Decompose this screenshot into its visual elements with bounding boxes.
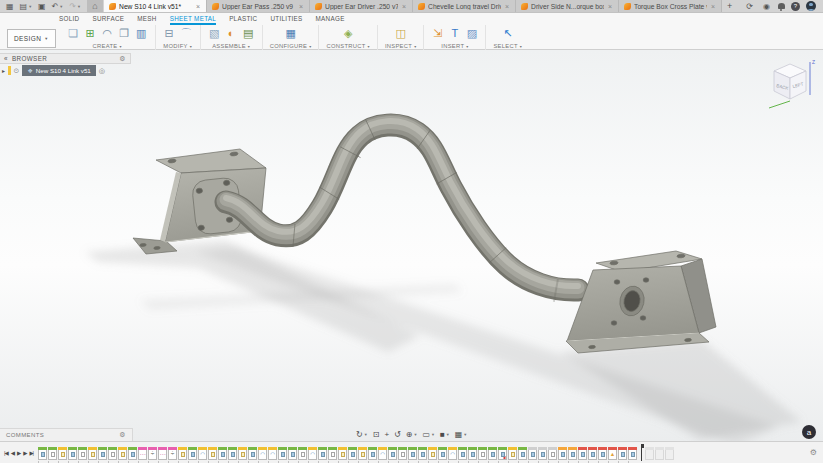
insert-derive-icon[interactable]: ⇲ xyxy=(431,26,444,41)
unfold-icon[interactable]: ⊟ xyxy=(163,26,176,41)
timeline-feature-box[interactable] xyxy=(538,447,547,460)
new-component-icon[interactable]: ❏ xyxy=(67,26,80,41)
document-tab[interactable]: Upper Ear Driver .250 v7× xyxy=(310,0,413,12)
display-settings-icon[interactable]: ▭▼ xyxy=(422,431,435,439)
comments-bar[interactable]: COMMENTS ⚙ xyxy=(0,428,133,441)
timeline-feature-box[interactable] xyxy=(68,447,77,460)
step-back-button[interactable]: ◀ xyxy=(11,450,14,456)
timeline-feature-box[interactable] xyxy=(518,447,527,460)
timeline-feature-box[interactable] xyxy=(558,447,567,460)
timeline-feature-sketch[interactable] xyxy=(58,447,67,460)
timeline-feature-sketch[interactable] xyxy=(118,447,127,460)
timeline-feature-sketch[interactable] xyxy=(428,447,437,460)
flange-icon[interactable]: ◠ xyxy=(101,26,114,41)
comments-gear-icon[interactable]: ⚙ xyxy=(119,431,126,439)
notification-bell-icon[interactable] xyxy=(778,3,785,9)
right-bracket[interactable] xyxy=(566,251,716,353)
timeline-feature-bend[interactable]: ◠ xyxy=(448,447,457,460)
look-at-icon[interactable]: ⊡ xyxy=(373,431,380,439)
visibility-bulb-icon[interactable] xyxy=(8,66,11,75)
timeline-settings-icon[interactable]: ⚙ xyxy=(810,448,823,457)
timeline-feature-box[interactable] xyxy=(528,447,537,460)
active-document-chip[interactable]: ❖ New S10 4 Link v51 xyxy=(22,65,95,76)
ribbon-tab-manage[interactable]: MANAGE xyxy=(316,15,345,25)
ribbon-tab-plastic[interactable]: PLASTIC xyxy=(229,15,257,25)
timeline-feature-ghost[interactable] xyxy=(665,447,674,460)
timeline-feature-bend[interactable]: ◠ xyxy=(308,447,317,460)
timeline-position-marker[interactable] xyxy=(638,444,644,461)
orbit-icon[interactable]: ↻▼ xyxy=(356,431,368,439)
timeline-feature-box[interactable] xyxy=(188,447,197,460)
timeline-feature-page[interactable] xyxy=(328,447,337,460)
construct-plane-icon[interactable]: ◈ xyxy=(342,26,355,41)
timeline-feature-box[interactable] xyxy=(218,447,227,460)
app-grid-icon[interactable]: ▦ xyxy=(4,0,16,13)
display-style-icon[interactable]: ■▼ xyxy=(440,431,450,439)
timeline-feature-box[interactable] xyxy=(588,447,597,460)
configure-table-icon[interactable]: ▦ xyxy=(284,26,297,41)
assistant-button[interactable]: a xyxy=(802,425,816,439)
timeline-feature-dots[interactable]: ⋯ xyxy=(138,447,147,460)
go-to-end-button[interactable]: ▶| xyxy=(29,450,33,456)
close-icon[interactable]: × xyxy=(298,3,304,10)
document-tab[interactable]: Driver Side N...orque box v8*× xyxy=(516,0,619,12)
play-button[interactable]: ▶ xyxy=(17,450,20,456)
close-icon[interactable]: × xyxy=(504,3,510,10)
expand-caret-icon[interactable]: ▸ xyxy=(2,67,5,74)
group-label[interactable]: MODIFY▾ xyxy=(163,43,192,49)
close-icon[interactable]: × xyxy=(607,3,613,10)
document-tab[interactable]: Chevelle Long travel Driver v2× xyxy=(413,0,516,12)
close-icon[interactable]: × xyxy=(710,3,716,10)
timeline-feature-box[interactable] xyxy=(598,447,607,460)
thicken-icon[interactable]: ▥ xyxy=(135,26,148,41)
grid-snaps-icon[interactable]: ▦▼ xyxy=(455,431,468,439)
browser-settings-icon[interactable]: ⚙ xyxy=(119,55,126,63)
timeline-feature-box[interactable] xyxy=(628,447,637,460)
free-orbit-icon[interactable]: ↺ xyxy=(394,431,401,439)
timeline-feature-sketch[interactable] xyxy=(338,447,347,460)
group-label[interactable]: INSERT▾ xyxy=(441,43,468,49)
timeline-feature-page[interactable] xyxy=(398,447,407,460)
save-icon[interactable]: ▣ xyxy=(36,0,48,13)
timeline-feature-box[interactable] xyxy=(468,447,477,460)
timeline-feature-box[interactable] xyxy=(278,447,287,460)
timeline-feature-page[interactable] xyxy=(478,447,487,460)
timeline-feature-box[interactable] xyxy=(618,447,627,460)
timeline-feature-box[interactable] xyxy=(458,447,467,460)
timeline-feature-box[interactable] xyxy=(348,447,357,460)
measure-icon[interactable]: ◫ xyxy=(394,26,407,41)
browser-root-item[interactable]: ▸ ⊙ ❖ New S10 4 Link v51 ◎ xyxy=(0,64,131,77)
timeline-feature-bend[interactable]: ◠ xyxy=(268,447,277,460)
timeline-feature-box[interactable] xyxy=(488,447,497,460)
timeline-feature-bend[interactable]: ◠ xyxy=(378,447,387,460)
group-label[interactable]: CONSTRUCT▾ xyxy=(326,43,369,49)
group-label[interactable]: ASSEMBLE▾ xyxy=(212,43,250,49)
undo-icon[interactable]: ↶▼ xyxy=(50,0,66,13)
assemble-component-icon[interactable]: ▧ xyxy=(208,26,221,41)
select-icon[interactable]: ↖ xyxy=(501,26,514,41)
document-tab[interactable]: New S10 4 Link v51*× xyxy=(104,0,207,12)
timeline-feature-ghost[interactable] xyxy=(655,447,664,460)
timeline-feature-box[interactable] xyxy=(408,447,417,460)
step-forward-button[interactable]: ▶ xyxy=(23,450,26,456)
pan-icon[interactable]: + xyxy=(384,431,389,439)
timeline-feature-ghost[interactable] xyxy=(645,447,654,460)
timeline-feature-box[interactable] xyxy=(318,447,327,460)
timeline-feature-box[interactable] xyxy=(388,447,397,460)
timeline-feature-box[interactable] xyxy=(568,447,577,460)
timeline-feature-sketch[interactable] xyxy=(238,447,247,460)
fillet-icon[interactable]: ⌒ xyxy=(180,26,193,41)
ribbon-tab-utilities[interactable]: UTILITIES xyxy=(270,15,302,25)
timeline-feature-box[interactable] xyxy=(38,447,47,460)
timeline-feature-page[interactable] xyxy=(298,447,307,460)
ribbon-tab-solid[interactable]: SOLID xyxy=(59,15,79,25)
timeline-feature-sketch[interactable] xyxy=(88,447,97,460)
close-icon[interactable]: × xyxy=(401,3,407,10)
user-avatar[interactable] xyxy=(806,1,816,11)
timeline-feature-boxdot[interactable] xyxy=(498,447,507,460)
file-menu-icon[interactable]: ▤▼ xyxy=(18,0,35,13)
timeline-feature-box[interactable] xyxy=(578,447,587,460)
insert-text-icon[interactable]: T xyxy=(448,26,461,41)
group-label[interactable]: CREATE▾ xyxy=(93,43,122,49)
job-status-icon[interactable]: ⟳ xyxy=(744,0,755,13)
